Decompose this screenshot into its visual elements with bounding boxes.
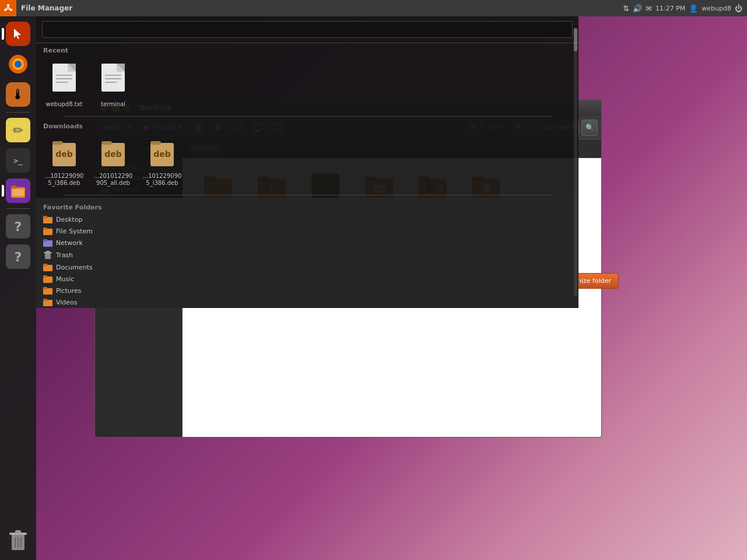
downloads-section: Downloads deb ...1012290905_i386.deb	[36, 119, 578, 192]
launcher-overlay: Recent webupd8.txt	[36, 16, 578, 308]
dock-item-cursor[interactable]	[4, 20, 32, 48]
mail-tray-icon: ✉	[646, 4, 652, 13]
recent-section: Recent webupd8.txt	[36, 43, 578, 114]
svg-point-3	[4, 9, 6, 11]
username: webupd8	[702, 5, 731, 12]
svg-rect-51	[43, 264, 47, 266]
svg-marker-7	[14, 29, 21, 39]
deb3-label: ...1012290905_i386.deb	[141, 173, 183, 187]
svg-rect-55	[43, 287, 47, 289]
favorite-documents-label: Documents	[56, 264, 93, 271]
favorite-videos-label: Videos	[56, 299, 78, 306]
favorite-network[interactable]: Network	[43, 237, 571, 249]
svg-point-1	[7, 4, 9, 6]
sound-tray-icon: 🔊	[633, 4, 642, 13]
favorite-documents[interactable]: Documents	[43, 261, 571, 273]
favorites-section-title: Favorite Folders	[43, 200, 571, 214]
dock: 🌡 ✏️ >_	[0, 16, 36, 560]
svg-point-2	[10, 9, 12, 11]
dock-separator-1	[6, 112, 30, 113]
favorite-pictures-label: Pictures	[56, 287, 82, 295]
launcher-scroll-thumb[interactable]	[574, 28, 577, 51]
desktop: File Manager ⇅ 🔊 ✉ 11:27 PM 👤 webupd8 ⏻	[0, 0, 747, 560]
favorite-network-label: Network	[56, 239, 83, 247]
fm-statusbar: 1 item, Free space: 4.1 GB	[95, 437, 601, 438]
launcher-item-deb3[interactable]: deb ...1012290905_i386.deb	[139, 135, 185, 190]
favorites-section: Favorite Folders Desktop File System Net…	[36, 198, 578, 308]
favorite-desktop-label: Desktop	[56, 216, 82, 223]
svg-rect-46	[43, 239, 47, 242]
dock-item-app3[interactable]: 🌡	[4, 80, 32, 108]
dock-item-file-manager[interactable]	[4, 177, 32, 205]
ubuntu-logo[interactable]	[0, 0, 16, 16]
svg-rect-12	[11, 186, 17, 188]
dock-item-terminal[interactable]: >_	[4, 146, 32, 174]
favorite-music[interactable]: Music	[43, 273, 571, 285]
svg-rect-47	[45, 253, 51, 259]
svg-text:deb: deb	[55, 149, 73, 159]
svg-rect-57	[43, 299, 47, 301]
deb1-label: ...1012290905_i386.deb	[43, 173, 85, 187]
app-title: File Manager	[21, 4, 72, 12]
svg-rect-33	[52, 141, 63, 145]
svg-rect-39	[150, 141, 161, 145]
launcher-item-deb1[interactable]: deb ...1012290905_i386.deb	[41, 135, 87, 190]
section-divider-2	[64, 195, 552, 195]
downloads-section-title: Downloads	[36, 119, 578, 132]
svg-text:deb: deb	[153, 149, 171, 159]
favorite-music-label: Music	[56, 275, 74, 283]
dock-item-unknown2[interactable]: ?	[4, 243, 32, 271]
svg-rect-49	[46, 251, 50, 253]
launcher-item-deb2[interactable]: deb ...201012290905_all.deb	[90, 135, 136, 190]
favorite-trash-label: Trash	[56, 251, 73, 259]
search-button[interactable]: 🔍	[581, 120, 598, 136]
launcher-item-terminal-file[interactable]: terminal	[90, 59, 136, 111]
user-icon[interactable]: 👤	[689, 4, 698, 13]
svg-rect-13	[12, 189, 24, 196]
dock-item-trash[interactable]	[4, 526, 32, 554]
system-tray: ⇅ 🔊 ✉ 11:27 PM 👤 webupd8 ⏻	[623, 4, 747, 13]
favorite-desktop[interactable]: Desktop	[43, 214, 571, 225]
launcher-item-terminal-label: terminal	[101, 101, 125, 108]
power-icon[interactable]: ⏻	[735, 4, 742, 13]
search-icon: 🔍	[585, 124, 594, 132]
dock-separator-2	[6, 208, 30, 209]
taskbar-top: File Manager ⇅ 🔊 ✉ 11:27 PM 👤 webupd8 ⏻	[0, 0, 747, 16]
svg-rect-36	[101, 141, 112, 145]
svg-rect-53	[43, 275, 47, 278]
dock-item-unknown1[interactable]: ?	[4, 212, 32, 240]
favorites-folders-list: Desktop File System Network Trash Docume…	[43, 214, 571, 308]
launcher-scrollbar[interactable]	[574, 28, 577, 296]
favorite-pictures[interactable]: Pictures	[43, 285, 571, 296]
recent-section-title: Recent	[36, 43, 578, 57]
svg-text:deb: deb	[104, 149, 122, 159]
section-divider-1	[64, 116, 552, 117]
launcher-item-webupd8txt-label: webupd8.txt	[45, 101, 82, 108]
launcher-search-area	[36, 16, 578, 43]
recent-items: webupd8.txt terminal	[36, 57, 578, 114]
deb2-label: ...201012290905_all.deb	[92, 173, 134, 187]
dock-item-firefox[interactable]	[4, 50, 32, 78]
favorite-videos[interactable]: Videos	[43, 296, 571, 308]
downloads-items: deb ...1012290905_i386.deb deb ...201	[36, 132, 578, 192]
launcher-search-input[interactable]	[42, 21, 573, 38]
favorite-filesystem-label: File System	[56, 228, 93, 235]
launcher-item-webupd8txt[interactable]: webupd8.txt	[41, 59, 87, 111]
clock: 11:27 PM	[655, 5, 685, 12]
svg-rect-44	[43, 228, 47, 230]
svg-point-10	[15, 61, 22, 68]
network-tray-icon: ⇅	[623, 4, 629, 13]
svg-rect-16	[15, 530, 21, 533]
svg-rect-42	[43, 216, 47, 218]
dock-item-text-editor[interactable]: ✏️	[4, 116, 32, 144]
favorite-filesystem[interactable]: File System	[43, 225, 571, 237]
favorite-trash[interactable]: Trash	[43, 249, 571, 261]
